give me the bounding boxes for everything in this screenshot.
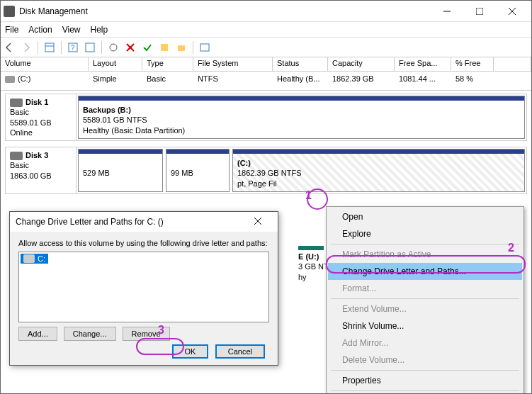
drive-icon <box>23 254 35 263</box>
ctx-open[interactable]: Open <box>328 208 522 225</box>
menu-view[interactable]: View <box>62 25 81 35</box>
col-freespace[interactable]: Free Spa... <box>395 57 451 72</box>
table-row[interactable]: (C:) Simple Basic NTFS Healthy (B... 186… <box>1 72 531 86</box>
disk-icon <box>10 98 23 107</box>
col-layout[interactable]: Layout <box>89 57 142 72</box>
open-icon[interactable] <box>176 42 187 53</box>
dialog-title: Change Drive Letter and Paths for C: () <box>16 217 244 227</box>
delete-icon[interactable] <box>125 42 136 53</box>
menu-file[interactable]: File <box>5 25 18 35</box>
cancel-button[interactable]: Cancel <box>215 344 265 359</box>
ctx-mark-active: Mark Partition as Active <box>328 246 522 263</box>
ctx-extend: Extend Volume... <box>328 300 522 317</box>
svg-rect-4 <box>45 43 54 52</box>
disk-info[interactable]: Disk 1 Basic 5589.01 GB Online <box>6 94 77 140</box>
remove-button[interactable]: Remove <box>123 327 170 341</box>
svg-rect-13 <box>178 45 185 51</box>
disk-info[interactable]: Disk 3 Basic 1863.00 GB <box>6 147 77 193</box>
partition[interactable]: 529 MB <box>78 149 163 192</box>
volume-table: Volume Layout Type File System Status Ca… <box>1 57 531 91</box>
disk-icon <box>10 152 23 160</box>
close-button[interactable] <box>496 1 528 22</box>
partition[interactable]: 99 MB <box>166 149 230 192</box>
menu-help[interactable]: Help <box>91 25 108 35</box>
col-status[interactable]: Status <box>273 57 328 72</box>
col-capacity[interactable]: Capacity <box>328 57 395 72</box>
app-icon <box>4 6 15 17</box>
ctx-properties[interactable]: Properties <box>328 372 522 389</box>
minimize-button[interactable] <box>431 1 463 22</box>
title-bar: Disk Management <box>1 1 531 22</box>
svg-rect-12 <box>161 44 168 51</box>
change-button[interactable]: Change... <box>64 327 116 341</box>
partition[interactable]: Backups (B:) 5589.01 GB NTFS Healthy (Ba… <box>78 96 525 139</box>
col-volume[interactable]: Volume <box>1 57 89 72</box>
new-icon[interactable] <box>159 42 170 53</box>
dialog-close-button[interactable] <box>244 217 272 227</box>
col-filesystem[interactable]: File System <box>193 57 273 72</box>
back-icon[interactable] <box>4 42 15 53</box>
ctx-add-mirror: Add Mirror... <box>328 334 522 351</box>
menu-action[interactable]: Action <box>28 25 52 35</box>
ok-button[interactable]: OK <box>172 344 209 359</box>
change-drive-letter-dialog: Change Drive Letter and Paths for C: () … <box>9 211 278 366</box>
ctx-shrink[interactable]: Shrink Volume... <box>328 317 522 334</box>
add-button[interactable]: Add... <box>18 327 57 341</box>
ctx-explore[interactable]: Explore <box>328 225 522 242</box>
disk-row: Disk 1 Basic 5589.01 GB Online Backups (… <box>5 94 527 141</box>
col-pctfree[interactable]: % Free <box>451 57 494 72</box>
dialog-instruction: Allow access to this volume by using the… <box>18 239 269 247</box>
svg-text:?: ? <box>71 44 75 52</box>
table-header: Volume Layout Type File System Status Ca… <box>1 57 531 72</box>
disk-row: Disk 3 Basic 1863.00 GB 529 MB 99 MB (C:… <box>5 147 527 194</box>
toolbar: ? <box>1 38 531 57</box>
partition-selected[interactable]: (C:) 1862.39 GB NTFS pt, Page Fil <box>232 149 525 192</box>
ctx-delete: Delete Volume... <box>328 351 522 368</box>
maximize-button[interactable] <box>463 1 496 22</box>
col-type[interactable]: Type <box>142 57 193 72</box>
help-icon[interactable]: ? <box>67 42 79 53</box>
svg-rect-14 <box>200 44 209 51</box>
list-item[interactable]: C: <box>21 254 48 264</box>
context-menu: Open Explore Mark Partition as Active Ch… <box>326 206 524 394</box>
window-title: Disk Management <box>19 6 431 16</box>
ctx-change-drive-letter[interactable]: Change Drive Letter and Paths... <box>328 263 522 280</box>
refresh-icon[interactable] <box>108 42 119 53</box>
svg-point-9 <box>110 44 117 51</box>
properties-icon[interactable] <box>44 42 55 53</box>
check-icon[interactable] <box>142 42 153 53</box>
svg-rect-1 <box>476 8 483 15</box>
drive-icon <box>5 76 15 83</box>
list-icon[interactable] <box>199 42 210 53</box>
drive-letter-listbox[interactable]: C: <box>18 252 269 322</box>
svg-rect-8 <box>86 43 94 52</box>
settings-icon[interactable] <box>84 42 96 53</box>
menu-bar: File Action View Help <box>1 22 531 38</box>
ctx-format: Format... <box>328 280 522 297</box>
forward-icon[interactable] <box>21 42 32 53</box>
